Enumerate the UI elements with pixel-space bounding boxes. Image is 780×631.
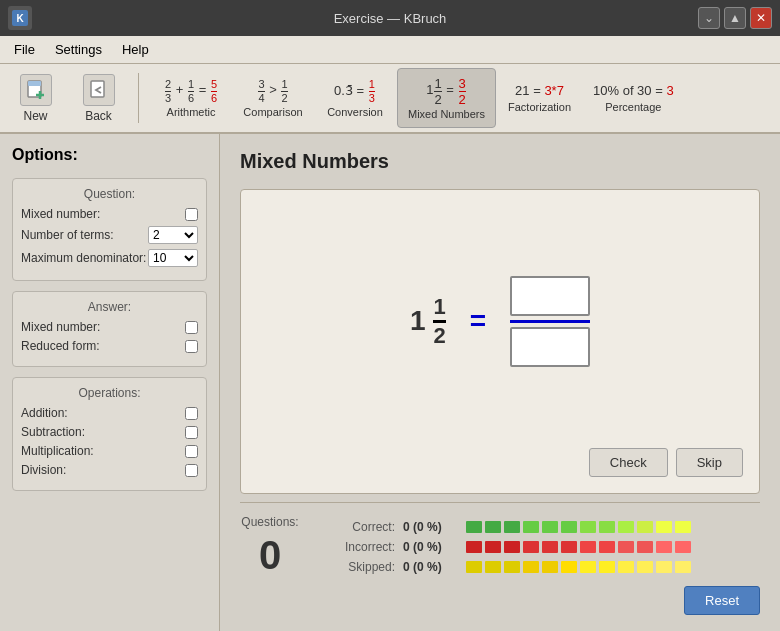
fraction-display: 1 1 2 = [257,206,743,436]
addition-checkbox[interactable] [185,407,198,420]
mixed-number-answer-row: Mixed number: [21,320,198,334]
menu-file[interactable]: File [4,39,45,60]
arithmetic-formula: 23 + 16 = 56 [164,79,218,104]
app-icon: K [8,6,32,30]
exercise-type-conversion[interactable]: 0.3̄ = 13 Conversion [315,68,395,128]
reduced-form-checkbox[interactable] [185,340,198,353]
equals-sign: = [470,305,486,337]
mixed-number-answer-checkbox[interactable] [185,321,198,334]
menu-help[interactable]: Help [112,39,159,60]
skipped-value: 0 (0 %) [403,560,458,574]
mixed-number-question-checkbox[interactable] [185,208,198,221]
content-title: Mixed Numbers [240,150,760,173]
sidebar: Options: Question: Mixed number: Number … [0,134,220,631]
correct-row: Correct: 0 (0 %) [320,520,760,534]
number-of-terms-label: Number of terms: [21,228,114,242]
window-controls: ⌄ ▲ ✕ [698,7,772,29]
mixed-formula: 112 = 32 [426,77,467,106]
correct-label: Correct: [320,520,395,534]
arithmetic-label: Arithmetic [167,106,216,118]
subtraction-checkbox[interactable] [185,426,198,439]
operations-group: Operations: Addition: Subtraction: Multi… [12,377,207,491]
exercise-type-arithmetic[interactable]: 23 + 16 = 56 Arithmetic [151,68,231,128]
number-of-terms-row: Number of terms: 2345 [21,226,198,244]
skip-button[interactable]: Skip [676,448,743,477]
close-button[interactable]: ✕ [750,7,772,29]
answer-group: Answer: Mixed number: Reduced form: [12,291,207,367]
answer-fraction-bar [510,320,590,323]
addition-row: Addition: [21,406,198,420]
toolbar: New Back 23 + 16 = 56 Arithmeti [0,64,780,134]
correct-bar [466,520,760,534]
multiplication-row: Multiplication: [21,444,198,458]
reset-row: Reset [240,586,760,615]
svg-text:K: K [16,13,24,24]
back-icon [83,74,115,106]
exercise-type-factorization[interactable]: 21 = 3*7 Factorization [498,68,581,128]
answer-group-title: Answer: [21,300,198,314]
mixed-number-question-label: Mixed number: [21,207,100,221]
questions-label: Questions: [241,515,298,529]
mixed-number-question-row: Mixed number: [21,207,198,221]
exercise-type-mixed-numbers[interactable]: 112 = 32 Mixed Numbers [397,68,496,128]
question-group-title: Question: [21,187,198,201]
mixed-number-display: 1 1 2 [410,296,446,347]
questions-count-panel: Questions: 0 [240,515,300,578]
new-label: New [23,109,47,123]
questions-number: 0 [259,533,281,578]
mixed-numbers-label: Mixed Numbers [408,108,485,120]
numerator-input[interactable] [510,276,590,316]
skipped-row: Skipped: 0 (0 %) [320,560,760,574]
back-label: Back [85,109,112,123]
sidebar-title: Options: [12,146,207,164]
max-denominator-select[interactable]: 102030 [148,249,198,267]
answer-fraction [510,276,590,367]
check-button[interactable]: Check [589,448,668,477]
incorrect-value: 0 (0 %) [403,540,458,554]
denominator-input[interactable] [510,327,590,367]
minimize-button[interactable]: ⌄ [698,7,720,29]
main-area: Options: Question: Mixed number: Number … [0,134,780,631]
back-button[interactable]: Back [71,68,126,128]
multiplication-label: Multiplication: [21,444,94,458]
multiplication-checkbox[interactable] [185,445,198,458]
addition-label: Addition: [21,406,68,420]
incorrect-label: Incorrect: [320,540,395,554]
max-denominator-row: Maximum denominator: 102030 [21,249,198,267]
exercise-type-percentage[interactable]: 10% of 30 = 3 Percentage [583,68,684,128]
exercise-types: 23 + 16 = 56 Arithmetic 34 > 12 Comparis… [151,68,772,128]
fraction-denominator: 2 [433,325,445,347]
content-area: Mixed Numbers 1 1 2 = [220,134,780,631]
new-button[interactable]: New [8,68,63,128]
max-denominator-label: Maximum denominator: [21,251,146,265]
fraction-numerator: 1 [433,296,445,318]
reduced-form-label: Reduced form: [21,339,100,353]
division-row: Division: [21,463,198,477]
question-group: Question: Mixed number: Number of terms:… [12,178,207,281]
titlebar: K Exercise — KBruch ⌄ ▲ ✕ [0,0,780,36]
reset-button[interactable]: Reset [684,586,760,615]
incorrect-row: Incorrect: 0 (0 %) [320,540,760,554]
question-fraction: 1 2 [433,296,445,347]
exercise-type-comparison[interactable]: 34 > 12 Comparison [233,68,313,128]
exercise-area: 1 1 2 = Check Skip [240,189,760,494]
menu-settings[interactable]: Settings [45,39,112,60]
skipped-label: Skipped: [320,560,395,574]
division-label: Division: [21,463,66,477]
reduced-form-row: Reduced form: [21,339,198,353]
factorization-formula: 21 = 3*7 [515,83,564,99]
maximize-button[interactable]: ▲ [724,7,746,29]
stats-grid: Correct: 0 (0 %) [320,520,760,574]
window-title: Exercise — KBruch [334,11,447,26]
incorrect-bar [466,540,760,554]
percentage-formula: 10% of 30 = 3 [593,83,674,99]
comparison-label: Comparison [243,106,302,118]
division-checkbox[interactable] [185,464,198,477]
mixed-number-answer-label: Mixed number: [21,320,100,334]
menubar: File Settings Help [0,36,780,64]
whole-number: 1 [410,305,426,337]
correct-value: 0 (0 %) [403,520,458,534]
toolbar-separator [138,73,139,123]
number-of-terms-select[interactable]: 2345 [148,226,198,244]
svg-rect-3 [28,81,41,86]
